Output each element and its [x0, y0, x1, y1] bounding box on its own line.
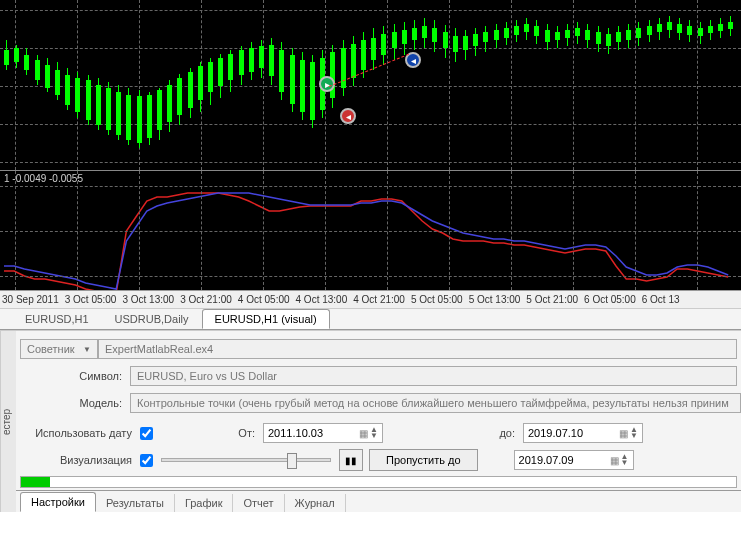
time-tick: 30 Sep 2011 [0, 294, 63, 305]
time-tick: 6 Oct 05:00 [582, 294, 640, 305]
indicator-subwindow[interactable]: 1 -0.0049 -0.0055 [0, 170, 741, 290]
chevron-down-icon: ▼ [83, 345, 91, 354]
tester-tab[interactable]: Результаты [96, 494, 175, 512]
visualization-checkbox[interactable] [140, 454, 153, 467]
time-tick: 4 Oct 21:00 [351, 294, 409, 305]
time-tick: 5 Oct 05:00 [409, 294, 467, 305]
model-value: Контрольные точки (очень грубый метод на… [137, 397, 729, 409]
test-progress-bar [20, 476, 737, 488]
spinner-icon: ▲▼ [621, 454, 629, 466]
chart-tab[interactable]: EURUSD,H1 (visual) [202, 309, 330, 329]
time-tick: 5 Oct 13:00 [467, 294, 525, 305]
tester-tab-bar: НастройкиРезультатыГрафикОтчетЖурнал [0, 490, 741, 512]
from-date-value: 2011.10.03 [268, 427, 323, 439]
skip-date-value: 2019.07.09 [519, 454, 574, 466]
time-tick: 5 Oct 21:00 [524, 294, 582, 305]
use-date-label: Использовать дату [20, 427, 140, 439]
time-tick: 6 Oct 13 [640, 294, 684, 305]
calendar-icon: ▦ [610, 455, 619, 466]
time-tick: 3 Oct 13:00 [120, 294, 178, 305]
slider-thumb[interactable] [287, 453, 297, 469]
pause-button[interactable]: ▮▮ [339, 449, 363, 471]
chart-tab[interactable]: EURUSD,H1 [12, 309, 102, 329]
model-field[interactable]: Контрольные точки (очень грубый метод на… [130, 393, 741, 413]
tester-tab[interactable]: График [175, 494, 234, 512]
spinner-icon: ▲▼ [630, 427, 638, 439]
expert-type-combo[interactable]: Советник ▼ [20, 339, 98, 359]
symbol-value: EURUSD, Euro vs US Dollar [137, 370, 277, 382]
sell-marker-icon: ◂ [340, 108, 356, 124]
time-tick: 3 Oct 05:00 [63, 294, 121, 305]
speed-slider[interactable] [161, 458, 331, 462]
time-tick: 3 Oct 21:00 [178, 294, 236, 305]
progress-fill [21, 477, 50, 487]
skip-to-label: Пропустить до [386, 454, 461, 466]
price-chart[interactable]: // grid verticals rendered later but dra… [0, 0, 741, 170]
expert-file-value: ExpertMatlabReal.ex4 [105, 343, 213, 355]
skip-date-field[interactable]: 2019.07.09 ▦ ▲▼ [514, 450, 634, 470]
time-axis: 30 Sep 20113 Oct 05:003 Oct 13:003 Oct 2… [0, 290, 741, 308]
use-date-checkbox[interactable] [140, 427, 153, 440]
pause-icon: ▮▮ [345, 455, 357, 466]
from-label: От: [153, 427, 263, 439]
tester-tab[interactable]: Настройки [20, 492, 96, 512]
calendar-icon: ▦ [619, 428, 628, 439]
chart-tab-bar: EURUSD,H1USDRUB,DailyEURUSD,H1 (visual) [0, 308, 741, 330]
spinner-icon: ▲▼ [370, 427, 378, 439]
model-label: Модель: [20, 397, 130, 409]
symbol-field[interactable]: EURUSD, Euro vs US Dollar [130, 366, 737, 386]
tester-tab[interactable]: Отчет [233, 494, 284, 512]
expert-type-label: Советник [27, 343, 75, 355]
chart-tab[interactable]: USDRUB,Daily [102, 309, 202, 329]
visualization-label: Визуализация [20, 454, 140, 466]
skip-to-button[interactable]: Пропустить до [369, 449, 478, 471]
to-label: до: [383, 427, 523, 439]
time-tick: 4 Oct 05:00 [236, 294, 294, 305]
from-date-field[interactable]: 2011.10.03 ▦ ▲▼ [263, 423, 383, 443]
symbol-label: Символ: [20, 370, 130, 382]
to-date-field[interactable]: 2019.07.10 ▦ ▲▼ [523, 423, 643, 443]
tester-tab[interactable]: Журнал [285, 494, 346, 512]
strategy-tester-panel: естер Советник ▼ ExpertMatlabReal.ex4 Си… [0, 330, 741, 512]
calendar-icon: ▦ [359, 428, 368, 439]
to-date-value: 2019.07.10 [528, 427, 583, 439]
tester-side-label: естер [0, 331, 16, 512]
expert-file-field[interactable]: ExpertMatlabReal.ex4 [98, 339, 737, 359]
time-tick: 4 Oct 13:00 [294, 294, 352, 305]
